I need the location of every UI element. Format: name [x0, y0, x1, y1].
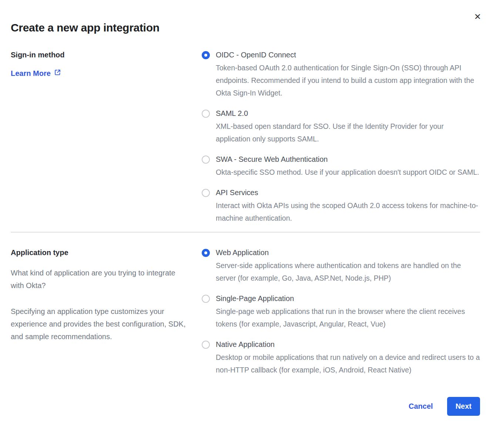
- radio-option-web-application[interactable]: Web Application Server-side applications…: [202, 248, 480, 284]
- radio-option-api-services[interactable]: API Services Interact with Okta APIs usi…: [202, 188, 480, 224]
- dialog-footer: Cancel Next: [11, 397, 480, 416]
- radio-option-label: SAML 2.0: [216, 109, 480, 118]
- radio-option-label: Native Application: [216, 340, 480, 349]
- learn-more-link[interactable]: Learn More: [11, 69, 61, 78]
- signin-method-heading: Sign-in method: [11, 50, 187, 59]
- radio-button-web-application[interactable]: [202, 249, 210, 257]
- radio-option-native-application[interactable]: Native Application Desktop or mobile app…: [202, 340, 480, 376]
- radio-button-swa[interactable]: [202, 156, 210, 164]
- radio-button-oidc[interactable]: [202, 51, 210, 59]
- radio-option-description: Okta-specific SSO method. Use if your ap…: [216, 166, 479, 178]
- radio-option-swa[interactable]: SWA - Secure Web Authentication Okta-spe…: [202, 155, 480, 178]
- radio-option-description: Desktop or mobile applications that run …: [216, 351, 480, 376]
- radio-option-description: Server-side applications where authentic…: [216, 259, 480, 284]
- radio-button-saml[interactable]: [202, 110, 210, 118]
- external-link-icon: [54, 69, 61, 78]
- radio-option-label: Single-Page Application: [216, 294, 480, 303]
- next-button[interactable]: Next: [447, 397, 480, 416]
- application-type-heading: Application type: [11, 248, 187, 257]
- radio-option-text: SWA - Secure Web Authentication Okta-spe…: [216, 155, 479, 178]
- radio-option-description: Interact with Okta APIs using the scoped…: [216, 199, 480, 224]
- radio-option-text: Single-Page Application Single-page web …: [216, 294, 480, 330]
- radio-option-label: API Services: [216, 188, 480, 197]
- application-type-options: Web Application Server-side applications…: [202, 248, 480, 376]
- radio-option-text: SAML 2.0 XML-based open standard for SSO…: [216, 109, 480, 145]
- radio-option-text: OIDC - OpenID Connect Token-based OAuth …: [216, 50, 480, 99]
- create-app-integration-dialog: ✕ Create a new app integration Sign-in m…: [0, 0, 493, 448]
- signin-method-options: OIDC - OpenID Connect Token-based OAuth …: [202, 50, 480, 224]
- close-icon[interactable]: ✕: [474, 13, 481, 21]
- radio-option-oidc[interactable]: OIDC - OpenID Connect Token-based OAuth …: [202, 50, 480, 99]
- radio-button-single-page-application[interactable]: [202, 295, 210, 303]
- radio-option-label: SWA - Secure Web Authentication: [216, 155, 479, 164]
- radio-option-saml[interactable]: SAML 2.0 XML-based open standard for SSO…: [202, 109, 480, 145]
- radio-option-label: OIDC - OpenID Connect: [216, 50, 480, 60]
- application-type-question: What kind of application are you trying …: [11, 267, 187, 292]
- signin-method-section: Sign-in method Learn More OIDC - OpenID …: [11, 50, 480, 224]
- radio-option-description: XML-based open standard for SSO. Use if …: [216, 120, 480, 145]
- application-type-left-column: Application type What kind of applicatio…: [11, 248, 202, 343]
- signin-method-left-column: Sign-in method Learn More: [11, 50, 202, 78]
- radio-option-single-page-application[interactable]: Single-Page Application Single-page web …: [202, 294, 480, 330]
- radio-option-description: Single-page web applications that run in…: [216, 305, 480, 330]
- radio-button-api-services[interactable]: [202, 189, 210, 197]
- radio-button-native-application[interactable]: [202, 341, 210, 349]
- radio-option-label: Web Application: [216, 248, 480, 257]
- application-type-section: Application type What kind of applicatio…: [11, 248, 480, 376]
- learn-more-label: Learn More: [11, 69, 51, 78]
- radio-option-text: Native Application Desktop or mobile app…: [216, 340, 480, 376]
- cancel-button[interactable]: Cancel: [409, 402, 433, 411]
- application-type-explanation: Specifying an application type customize…: [11, 305, 187, 343]
- section-divider: [11, 232, 480, 233]
- dialog-title: Create a new app integration: [11, 21, 480, 34]
- radio-option-text: API Services Interact with Okta APIs usi…: [216, 188, 480, 224]
- radio-option-text: Web Application Server-side applications…: [216, 248, 480, 284]
- radio-option-description: Token-based OAuth 2.0 authentication for…: [216, 61, 480, 99]
